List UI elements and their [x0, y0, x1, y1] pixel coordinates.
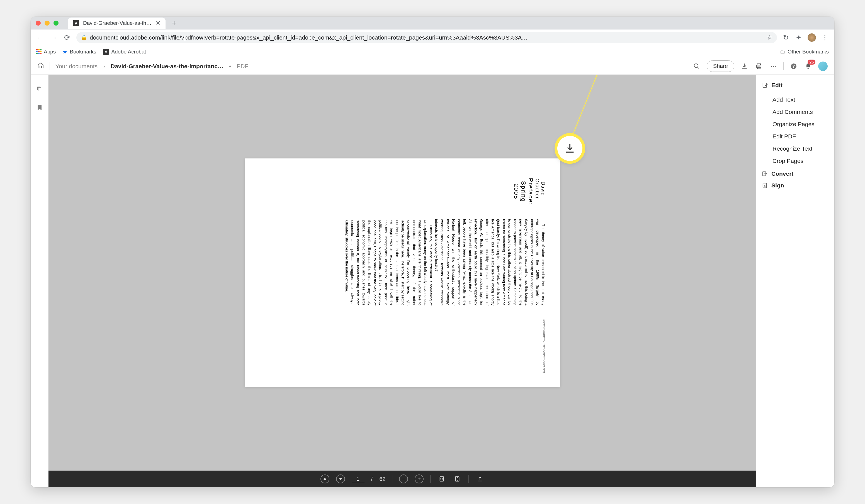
fit-width-button[interactable] [437, 474, 446, 483]
notification-badge: 25 [808, 60, 815, 65]
minimize-window-button[interactable] [45, 21, 50, 26]
back-button[interactable]: ← [36, 33, 45, 42]
print-button[interactable] [754, 62, 763, 71]
document-area: David Graeber Preface: Spring 2005 The t… [48, 75, 756, 487]
apps-grid-icon [36, 49, 42, 54]
profile-avatar[interactable] [808, 33, 816, 42]
breadcrumb-filename: David-Graeber-Value-as-the-Importanc… [111, 63, 223, 70]
doc-footer-left: thecommoner [259, 319, 546, 340]
chevron-right-icon: › [103, 63, 105, 70]
bookmarks-shortcut[interactable]: ★ Bookmarks [62, 48, 96, 55]
svg-line-1 [697, 67, 699, 69]
pdf-page: David Graeber Preface: Spring 2005 The t… [245, 159, 560, 387]
download-callout [557, 136, 583, 161]
svg-rect-13 [763, 183, 766, 188]
page-controls: / 62 − + [48, 471, 756, 487]
doc-author: David Graeber [534, 172, 546, 205]
app-header: Your documents › David-Graeber-Value-as-… [31, 58, 834, 75]
tab-strip: A David-Graeber-Value-as-the-I… ✕ + [31, 17, 834, 30]
right-panel: Edit Add Text Add Comments Organize Page… [756, 75, 834, 487]
user-avatar[interactable] [818, 61, 828, 71]
doc-footer-mid: N.10 [259, 340, 546, 347]
window-controls [36, 21, 58, 26]
page-sep: / [371, 476, 373, 482]
browser-tab[interactable]: A David-Graeber-Value-as-the-I… ✕ [68, 17, 165, 29]
reload-button[interactable]: ⟳ [63, 33, 71, 42]
app-main-row: David Graeber Preface: Spring 2005 The t… [31, 75, 834, 487]
acrobat-shortcut[interactable]: A Adobe Acrobat [103, 49, 146, 55]
edit-section-header[interactable]: Edit [762, 82, 829, 89]
edit-pdf-item[interactable]: Edit PDF [762, 130, 829, 143]
svg-point-0 [694, 64, 698, 68]
doc-preface-title: Preface: Spring 2005 [512, 178, 534, 205]
filetype-sep: • [229, 63, 231, 70]
total-pages: 62 [379, 476, 385, 482]
notifications-button[interactable]: 25 [804, 62, 812, 71]
sign-section-header[interactable]: Sign [762, 182, 829, 189]
address-bar: ← → ⟳ 🔒 documentcloud.adobe.com/link/fil… [31, 30, 834, 46]
acrobat-label: Adobe Acrobat [111, 49, 146, 55]
tab-favicon: A [73, 20, 79, 26]
prev-page-button[interactable] [321, 474, 330, 483]
next-page-button[interactable] [336, 474, 345, 483]
doc-footer-right: thecommoner.org [259, 347, 546, 373]
add-text-item[interactable]: Add Text [762, 94, 829, 106]
filetype-label: PDF [237, 63, 248, 70]
zoom-in-button[interactable]: + [415, 474, 424, 483]
close-tab-icon[interactable]: ✕ [155, 20, 161, 27]
lock-icon: 🔒 [81, 35, 87, 40]
organize-pages-item[interactable]: Organize Pages [762, 118, 829, 130]
url-text: documentcloud.adobe.com/link/file/?pdfno… [90, 34, 764, 41]
doc-paragraph-2: Obviously, this very puzzlement is somet… [344, 220, 434, 305]
new-tab-button[interactable]: + [170, 19, 179, 27]
maximize-window-button[interactable] [54, 21, 58, 26]
search-icon[interactable] [692, 62, 701, 71]
acrobat-icon: A [103, 49, 109, 55]
bookmarks-label: Bookmarks [70, 49, 96, 55]
crop-pages-item[interactable]: Crop Pages [762, 155, 829, 167]
extensions-icon[interactable]: ✦ [795, 34, 803, 42]
browser-window: A David-Graeber-Value-as-the-I… ✕ + ← → … [31, 17, 834, 487]
browser-menu-icon[interactable]: ⋮ [821, 34, 829, 42]
zoom-out-button[interactable]: − [399, 474, 408, 483]
download-icon [564, 143, 575, 154]
thumbnails-icon[interactable] [36, 86, 43, 94]
doc-paragraph-1: The theory of value presented in the nex… [434, 219, 546, 305]
folder-icon: 🗀 [780, 49, 785, 55]
page-wrapper[interactable]: David Graeber Preface: Spring 2005 The t… [48, 75, 756, 471]
apps-shortcut[interactable]: Apps [36, 49, 56, 55]
share-button[interactable]: Share [707, 60, 734, 72]
recognize-text-item[interactable]: Recognize Text [762, 143, 829, 155]
other-bookmarks[interactable]: 🗀 Other Bookmarks [780, 49, 829, 55]
svg-text:?: ? [793, 64, 795, 69]
apps-label: Apps [44, 49, 56, 55]
download-button[interactable] [740, 62, 749, 71]
upload-button[interactable] [475, 474, 484, 483]
close-window-button[interactable] [36, 21, 41, 26]
help-icon[interactable]: ? [789, 62, 798, 71]
bookmark-ribbon-icon[interactable] [37, 104, 42, 112]
svg-rect-8 [38, 87, 41, 91]
other-bookmarks-label: Other Bookmarks [787, 49, 829, 55]
forward-button[interactable]: → [50, 33, 58, 42]
more-actions-icon[interactable]: ⋯ [769, 62, 778, 71]
star-icon: ★ [62, 48, 67, 55]
omnibox[interactable]: 🔒 documentcloud.adobe.com/link/file/?pdf… [76, 32, 777, 43]
updates-icon[interactable]: ↻ [782, 34, 790, 42]
convert-section-header[interactable]: Convert [762, 171, 829, 177]
page-number-input[interactable] [352, 476, 365, 482]
add-comments-item[interactable]: Add Comments [762, 106, 829, 118]
home-icon[interactable] [37, 62, 44, 70]
left-sidebar [31, 75, 48, 487]
bookmark-star-icon[interactable]: ☆ [767, 34, 772, 41]
app-content: Your documents › David-Graeber-Value-as-… [31, 58, 834, 487]
bookmarks-bar: Apps ★ Bookmarks A Adobe Acrobat 🗀 Other… [31, 46, 834, 58]
fit-page-button[interactable] [453, 474, 462, 483]
tab-title: David-Graeber-Value-as-the-I… [83, 20, 152, 26]
breadcrumb-root[interactable]: Your documents [56, 63, 97, 70]
